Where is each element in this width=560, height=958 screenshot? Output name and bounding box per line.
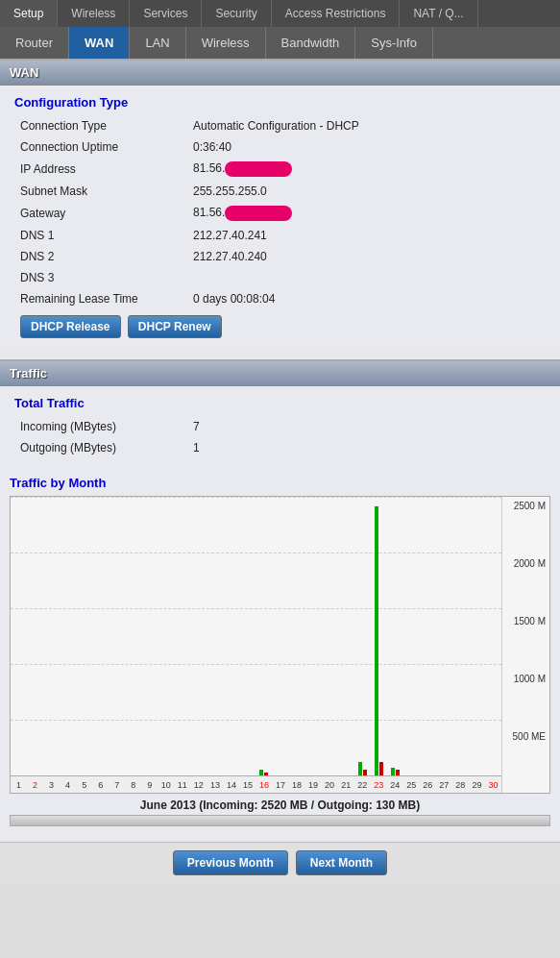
config-type-heading: Configuration Type: [14, 95, 546, 110]
field-label: Subnet Mask: [14, 181, 187, 202]
chart-x-axis: 1234567891011121314151617181920212223242…: [11, 775, 501, 793]
table-row: DNS 3: [14, 267, 546, 288]
bar-group: [322, 497, 338, 775]
table-row: Incoming (MBytes) 7: [14, 416, 546, 437]
chart-title: Traffic by Month: [10, 476, 550, 490]
tab-sysinfo[interactable]: Sys-Info: [355, 27, 433, 59]
x-axis-label: 28: [452, 776, 469, 794]
bar-group: [354, 497, 371, 775]
next-month-button[interactable]: Next Month: [296, 850, 387, 875]
bar-group: [256, 497, 272, 775]
tab-router[interactable]: Router: [0, 27, 69, 59]
y-axis-label: 500 ME: [506, 731, 546, 742]
chart-y-axis: 2500 M2000 M1500 M1000 M500 ME: [501, 497, 549, 793]
wan-section: WAN Configuration Type Connection Type A…: [0, 59, 560, 352]
bar-group: [109, 497, 125, 775]
bar-group: [92, 497, 109, 775]
nav-nat[interactable]: NAT / Q...: [400, 0, 477, 27]
sub-navigation: Router WAN LAN Wireless Bandwidth Sys-In…: [0, 27, 560, 59]
x-axis-label: 8: [125, 776, 141, 794]
bar-group: [43, 497, 60, 775]
tab-wireless[interactable]: Wireless: [186, 27, 266, 59]
bar-group: [174, 497, 190, 775]
x-axis-label: 14: [223, 776, 239, 794]
tab-bandwidth[interactable]: Bandwidth: [266, 27, 356, 59]
bar-group: [125, 497, 141, 775]
dhcp-release-button[interactable]: DHCP Release: [20, 315, 121, 338]
traffic-info-table: Incoming (MBytes) 7 Outgoing (MBytes) 1: [14, 416, 546, 458]
traffic-section-header: Traffic: [0, 359, 560, 386]
nav-wireless[interactable]: Wireless: [58, 0, 130, 27]
field-label: IP Address: [14, 158, 187, 181]
chart-scrollbar-thumb: [11, 816, 549, 825]
wan-info-table: Connection Type Automatic Configuration …: [14, 115, 546, 309]
bar-group: [223, 497, 239, 775]
table-row: Remaining Lease Time 0 days 00:08:04: [14, 288, 546, 309]
bar-incoming: [391, 768, 395, 775]
x-axis-label: 13: [207, 776, 223, 794]
dhcp-renew-button[interactable]: DHCP Renew: [128, 315, 222, 338]
previous-month-button[interactable]: Previous Month: [173, 850, 288, 875]
field-label: DNS 1: [14, 225, 187, 246]
y-axis-label: 2500 M: [506, 501, 546, 511]
bar-group: [239, 497, 256, 775]
x-axis-label: 16: [256, 776, 272, 794]
table-row: IP Address 81.56.: [14, 158, 546, 181]
redacted-pill-gateway: [225, 206, 292, 221]
x-axis-label: 9: [141, 776, 158, 794]
chart-scrollbar[interactable]: [10, 815, 550, 826]
x-axis-label: 10: [158, 776, 174, 794]
field-value-ip: 81.56.: [187, 158, 546, 181]
x-axis-label: 20: [322, 776, 338, 794]
x-axis-label: 5: [76, 776, 92, 794]
tab-wan[interactable]: WAN: [69, 27, 130, 59]
wan-section-header: WAN: [0, 59, 560, 86]
x-axis-label: 29: [469, 776, 485, 794]
field-label: Outgoing (MBytes): [14, 437, 187, 458]
y-axis-label: 2000 M: [506, 558, 546, 569]
nav-services[interactable]: Services: [130, 0, 202, 27]
bar-group: [452, 497, 469, 775]
field-label: Connection Uptime: [14, 136, 187, 158]
x-axis-label: 7: [109, 776, 125, 794]
x-axis-label: 11: [174, 776, 190, 794]
bar-group: [207, 497, 223, 775]
field-value: 1: [187, 437, 546, 458]
chart-bars: [11, 497, 501, 775]
x-axis-label: 12: [190, 776, 207, 794]
nav-security[interactable]: Security: [202, 0, 271, 27]
field-value-gateway: 81.56.: [187, 202, 546, 225]
traffic-section: Traffic Total Traffic Incoming (MBytes) …: [0, 359, 560, 842]
chart-container: 1234567891011121314151617181920212223242…: [10, 496, 550, 794]
top-navigation: Setup Wireless Services Security Access …: [0, 0, 560, 27]
field-value: 7: [187, 416, 546, 437]
x-axis-label: 24: [387, 776, 403, 794]
bar-group: [27, 497, 43, 775]
bar-group: [273, 497, 289, 775]
x-axis-label: 1: [11, 776, 27, 794]
dhcp-buttons-row: DHCP Release DHCP Renew: [14, 309, 546, 342]
bar-group: [76, 497, 92, 775]
bar-group: [11, 497, 27, 775]
bar-group: [420, 497, 436, 775]
bar-group: [305, 497, 322, 775]
table-row: Connection Type Automatic Configuration …: [14, 115, 546, 136]
field-value: 212.27.40.241: [187, 225, 546, 246]
x-axis-label: 22: [354, 776, 371, 794]
x-axis-label: 23: [371, 776, 387, 794]
traffic-section-content: Total Traffic Incoming (MBytes) 7 Outgoi…: [0, 386, 560, 468]
table-row: Subnet Mask 255.255.255.0: [14, 181, 546, 202]
tab-lan[interactable]: LAN: [130, 27, 185, 59]
table-row: DNS 1 212.27.40.241: [14, 225, 546, 246]
bar-group: [371, 497, 387, 775]
nav-setup[interactable]: Setup: [0, 0, 58, 27]
x-axis-label: 6: [92, 776, 109, 794]
nav-access-restrictions[interactable]: Access Restrictions: [272, 0, 401, 27]
bar-group: [338, 497, 354, 775]
x-axis-label: 25: [403, 776, 420, 794]
field-value: 0:36:40: [187, 136, 546, 158]
x-axis-label: 17: [273, 776, 289, 794]
x-axis-label: 27: [436, 776, 452, 794]
bar-group: [158, 497, 174, 775]
table-row: Outgoing (MBytes) 1: [14, 437, 546, 458]
